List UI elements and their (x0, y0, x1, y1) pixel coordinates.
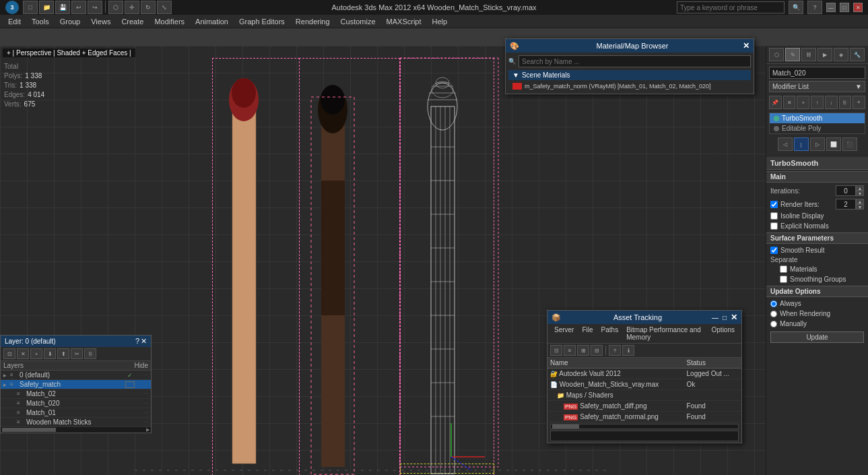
layers-icon4[interactable]: ⬇ (44, 348, 56, 359)
mod-pin-btn[interactable]: 📌 (769, 96, 782, 109)
isoline-checkbox[interactable] (770, 212, 778, 220)
table-row[interactable]: 🔐 Autodesk Vault 2012 Logged Out ... (547, 369, 741, 379)
mod-up-btn[interactable]: ↑ (811, 96, 824, 109)
update-button[interactable]: Update (770, 331, 864, 343)
minimize-btn[interactable]: — (826, 3, 836, 12)
menu-edit[interactable]: Edit (3, 15, 26, 28)
asset-tracking-scrollbar[interactable] (550, 424, 739, 429)
at-menu-paths[interactable]: Paths (597, 325, 623, 342)
close-btn[interactable]: ✕ (853, 3, 863, 12)
toolbar-select[interactable]: ⬡ (108, 1, 123, 14)
toolbar-open[interactable]: 📁 (39, 1, 54, 14)
asset-tracking-minimize[interactable]: — (712, 314, 719, 321)
menu-create[interactable]: Create (116, 15, 149, 28)
layers-icon6[interactable]: ✂ (71, 348, 83, 359)
menu-views[interactable]: Views (86, 15, 116, 28)
layer-item-match01[interactable]: ≡ Match_01 ··· (1, 408, 151, 418)
help-btn[interactable]: ? (807, 1, 822, 14)
asset-tracking-title-bar[interactable]: 📦 Asset Tracking — □ ✕ (547, 311, 741, 324)
at-menu-options[interactable]: Options (708, 325, 739, 342)
mod-icon3[interactable]: ▷ (810, 137, 825, 151)
mod-icon5[interactable]: ⬛ (842, 137, 857, 151)
rp-icon-motion[interactable]: ▶ (817, 48, 832, 61)
table-row[interactable]: PNG Safety_match_normal.png Found (547, 412, 741, 422)
modifier-turbosmooth[interactable]: TurboSmooth (770, 113, 865, 123)
layers-icon5[interactable]: ⬆ (57, 348, 69, 359)
table-row[interactable]: 📁 Maps / Shaders (547, 390, 741, 401)
asset-tracking-input[interactable] (550, 431, 739, 441)
menu-maxscript[interactable]: MAXScript (381, 15, 427, 28)
layer-item-safety-match[interactable]: ▸ ≡ Safety_match ··· (1, 380, 151, 389)
menu-modifiers[interactable]: Modifiers (149, 15, 190, 28)
smooth-result-checkbox[interactable] (770, 247, 778, 254)
toolbar-rotate[interactable]: ↻ (141, 1, 156, 14)
layer-item-default[interactable]: ▸ ≡ 0 (default) ✓ ··· (1, 371, 151, 380)
at-menu-file[interactable]: File (578, 325, 597, 342)
layers-help-btn[interactable]: ? (135, 337, 139, 346)
layer-item-wooden[interactable]: ≡ Wooden Match Sticks ··· (1, 418, 151, 427)
explicit-normals-checkbox[interactable] (770, 222, 778, 230)
menu-help[interactable]: Help (427, 15, 453, 28)
layers-scrollbar[interactable]: ▶ (1, 427, 151, 433)
toolbar-move[interactable]: ✛ (125, 1, 139, 14)
rp-icon-hierarchy[interactable]: ⛓ (801, 48, 816, 61)
mod-delete-btn[interactable]: ✕ (783, 96, 796, 109)
at-icon5[interactable]: ? (609, 345, 621, 356)
render-iters-input[interactable] (836, 199, 856, 210)
rp-icon-display[interactable]: ◈ (834, 48, 848, 61)
material-browser-title-bar[interactable]: 🎨 Material/Map Browser ✕ (506, 39, 754, 53)
modifier-editable-poly[interactable]: Editable Poly (770, 123, 865, 133)
mod-icon2[interactable]: | (794, 137, 809, 151)
rp-icon-utilities[interactable]: 🔧 (850, 48, 865, 61)
material-search-input[interactable] (519, 55, 751, 67)
menu-tools[interactable]: Tools (26, 15, 55, 28)
layers-icon3[interactable]: + (30, 348, 42, 359)
at-icon1[interactable]: ⊡ (550, 345, 562, 356)
at-icon2[interactable]: ≡ (564, 345, 576, 356)
rp-icon-create[interactable]: ⬡ (769, 48, 784, 61)
material-browser-close[interactable]: ✕ (743, 41, 749, 51)
menu-customize[interactable]: Customize (335, 15, 381, 28)
search-input[interactable] (677, 1, 784, 13)
maximize-btn[interactable]: □ (840, 3, 849, 12)
rp-icon-modify[interactable]: ✎ (785, 48, 800, 61)
materials-checkbox[interactable] (780, 265, 787, 273)
render-iters-spinner[interactable]: ▲ ▼ (836, 199, 864, 210)
toolbar-undo[interactable]: ↩ (71, 1, 86, 14)
layer-item-match02[interactable]: ≡ Match_02 ··· (1, 389, 151, 399)
at-icon4[interactable]: ⊟ (591, 345, 603, 356)
smoothing-groups-checkbox[interactable] (780, 276, 787, 283)
menu-animation[interactable]: Animation (190, 15, 234, 28)
when-rendering-radio[interactable] (770, 311, 777, 317)
mod-copy-btn[interactable]: ⎘ (839, 96, 852, 109)
mod-down-btn[interactable]: ↓ (825, 96, 838, 109)
mod-icon4[interactable]: ⬜ (826, 137, 841, 151)
menu-group[interactable]: Group (55, 15, 86, 28)
asset-tracking-maximize[interactable]: □ (723, 314, 727, 321)
iterations-down[interactable]: ▼ (856, 191, 864, 196)
manually-radio[interactable] (770, 321, 777, 327)
modifier-list-header[interactable]: Modifier List ▼ (769, 81, 865, 92)
layer-item-match020[interactable]: ≡ Match_020 ··· (1, 399, 151, 408)
material-item-1[interactable]: m_Safety_match_norm (VRayMtl) [Match_01,… (508, 82, 751, 91)
render-iters-down[interactable]: ▼ (856, 204, 864, 210)
object-name-field[interactable] (769, 67, 865, 79)
at-icon3[interactable]: ⊞ (577, 345, 589, 356)
layers-icon2[interactable]: ✕ (17, 348, 29, 359)
col-name[interactable]: Name (547, 358, 684, 369)
modifier-list-dropdown-icon[interactable]: ▼ (855, 83, 862, 90)
toolbar-new[interactable]: □ (23, 1, 38, 14)
toolbar-scale[interactable]: ⤡ (157, 1, 172, 14)
mod-icon1[interactable]: ◁ (778, 137, 793, 151)
at-icon6[interactable]: ℹ (622, 345, 634, 356)
menu-rendering[interactable]: Rendering (290, 15, 335, 28)
col-status[interactable]: Status (684, 358, 741, 369)
search-btn[interactable]: 🔍 (789, 1, 803, 14)
table-row[interactable]: PNG Safety_match_diff.png Found (547, 401, 741, 412)
scene-materials-section[interactable]: ▼ Scene Materials (508, 70, 751, 80)
menu-graph-editors[interactable]: Graph Editors (234, 15, 290, 28)
layers-close-btn[interactable]: ✕ (141, 337, 147, 346)
layers-icon1[interactable]: ⊡ (3, 348, 15, 359)
always-radio[interactable] (770, 300, 777, 307)
mod-add-btn[interactable]: + (797, 96, 809, 109)
